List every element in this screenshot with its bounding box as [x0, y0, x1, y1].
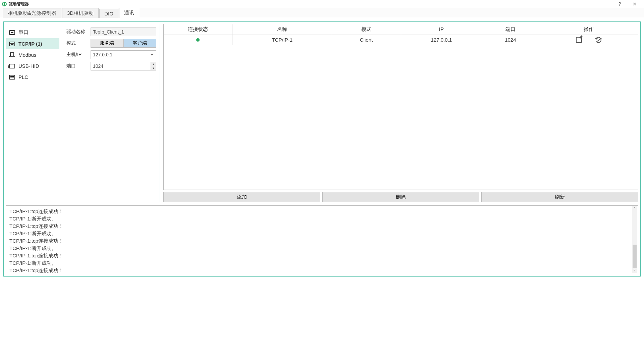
port-spinner[interactable] [91, 62, 156, 70]
log-line: TCP/IP-1:断开成功。 [9, 245, 635, 252]
sidebar-item-usb-hid[interactable]: USB-HID [6, 60, 59, 71]
log-line: TCP/IP-1:tcp连接成功！ [9, 252, 635, 259]
mode-client-button[interactable]: 客户端 [124, 39, 157, 48]
log-line: TCP/IP-1:tcp连接成功！ [9, 222, 635, 230]
connections-table: 连接状态 名称 模式 IP 端口 操作 TCP/IP-1 Client 127.… [163, 24, 638, 190]
cell-port: 1024 [482, 35, 539, 45]
col-ops: 操作 [539, 24, 638, 35]
col-name: 名称 [233, 24, 332, 35]
modbus-icon [9, 53, 15, 57]
help-button[interactable]: ? [612, 1, 627, 7]
log-line: TCP/IP-1:tcp连接成功！ [9, 267, 635, 274]
config-form: 驱动名称 模式 服务端 客户端 主机/IP 端口 [63, 24, 160, 202]
titlebar: 驱动管理器 ? ✕ [0, 0, 644, 8]
usb-icon [9, 64, 15, 68]
tab-camera-driver[interactable]: 相机驱动&光源控制器 [3, 8, 61, 18]
main-tabbar: 相机驱动&光源控制器 3D相机驱动 DIO 通讯 [0, 8, 644, 18]
sidebar-item-label: 串口 [18, 29, 29, 36]
host-ip-combo[interactable] [91, 50, 156, 59]
sidebar-item-tcpip[interactable]: TCP/IP (1) [6, 38, 59, 49]
tcpip-icon [9, 42, 15, 46]
add-button[interactable]: 添加 [163, 192, 320, 202]
table-header: 连接状态 名称 模式 IP 端口 操作 [164, 24, 638, 35]
tab-dio[interactable]: DIO [99, 9, 118, 18]
cell-name: TCP/IP-1 [233, 35, 332, 45]
refresh-button[interactable]: 刷新 [481, 192, 638, 202]
sidebar-item-label: USB-HID [18, 63, 39, 69]
disconnect-icon[interactable] [595, 37, 601, 43]
driver-name-label: 驱动名称 [66, 29, 88, 35]
driver-name-input[interactable] [91, 28, 156, 36]
log-panel: TCP/IP-1:tcp连接成功！TCP/IP-1:断开成功。TCP/IP-1:… [6, 205, 638, 274]
connections-panel: 连接状态 名称 模式 IP 端口 操作 TCP/IP-1 Client 127.… [163, 24, 638, 202]
log-line: TCP/IP-1:断开成功。 [9, 230, 635, 237]
cell-ops [539, 35, 638, 45]
port-spinner-arrows[interactable]: ▲▼ [151, 62, 156, 70]
sidebar-item-serial[interactable]: 串口 [6, 27, 59, 38]
status-dot-icon [196, 38, 200, 42]
col-status: 连接状态 [164, 24, 233, 35]
col-ip: IP [401, 24, 482, 35]
table-row[interactable]: TCP/IP-1 Client 127.0.0.1 1024 [164, 35, 638, 45]
host-label: 主机/IP [66, 52, 88, 58]
window-title: 驱动管理器 [9, 1, 29, 7]
log-line: TCP/IP-1:tcp连接成功！ [9, 237, 635, 245]
sidebar-item-label: TCP/IP (1) [18, 41, 42, 47]
col-port: 端口 [482, 24, 539, 35]
edit-icon[interactable] [576, 37, 582, 43]
cell-ip: 127.0.0.1 [401, 35, 482, 45]
protocol-sidebar: 串口 TCP/IP (1) Modbus USB-HID PLC [6, 24, 59, 202]
sidebar-item-plc[interactable]: PLC [6, 71, 59, 83]
mode-label: 模式 [66, 40, 88, 46]
log-line: TCP/IP-1:tcp连接成功！ [9, 208, 635, 215]
close-button[interactable]: ✕ [627, 1, 642, 7]
mode-server-button[interactable]: 服务端 [91, 39, 124, 48]
content-frame: 串口 TCP/IP (1) Modbus USB-HID PLC 驱动名称 [3, 21, 641, 277]
col-mode: 模式 [332, 24, 401, 35]
cell-status [164, 35, 233, 45]
tab-communication[interactable]: 通讯 [119, 8, 139, 18]
sidebar-item-label: PLC [18, 74, 28, 80]
plc-icon [9, 75, 15, 80]
cell-mode: Client [332, 35, 401, 45]
serial-icon [9, 30, 15, 35]
tab-3d-camera[interactable]: 3D相机驱动 [62, 8, 99, 18]
log-scrollbar[interactable]: ˄ ˅ [632, 206, 637, 273]
sidebar-item-modbus[interactable]: Modbus [6, 49, 59, 60]
port-label: 端口 [66, 63, 88, 69]
delete-button[interactable]: 删除 [322, 192, 479, 202]
scroll-thumb[interactable] [633, 245, 637, 268]
app-icon [2, 2, 7, 6]
log-line: TCP/IP-1:断开成功。 [9, 215, 635, 222]
sidebar-item-label: Modbus [18, 52, 36, 58]
scroll-down-icon[interactable]: ˅ [634, 269, 636, 273]
log-line: TCP/IP-1:断开成功。 [9, 259, 635, 267]
scroll-up-icon[interactable]: ˄ [634, 206, 636, 210]
